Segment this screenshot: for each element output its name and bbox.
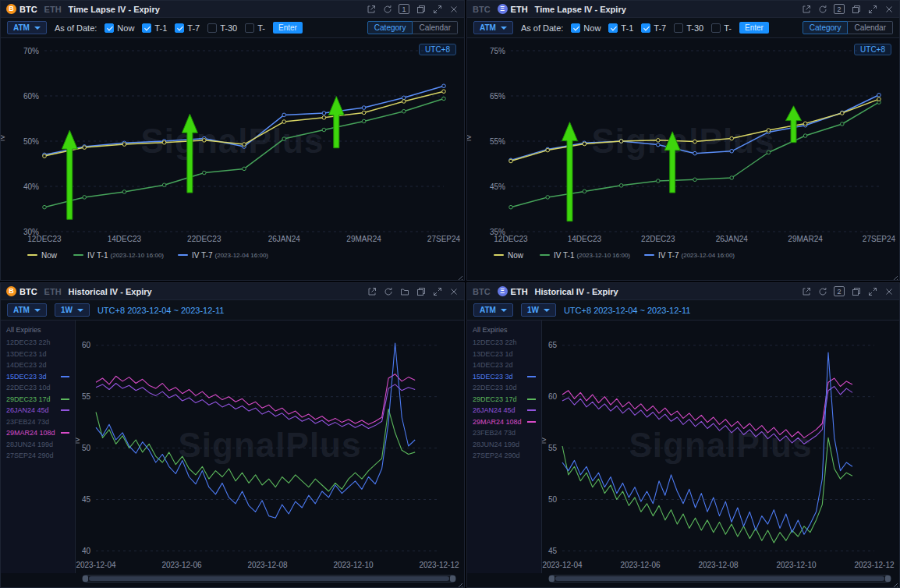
expiry-item[interactable]: 14DEC23 2d bbox=[1, 360, 75, 371]
legend-item-t7[interactable]: IV T-7 (2023-12-04 16:00) bbox=[178, 251, 268, 260]
asof-checkbox-t1[interactable]: T-1 bbox=[608, 23, 633, 33]
expiry-item[interactable]: 23FEB24 73d bbox=[1, 416, 75, 428]
expiry-item[interactable]: 29DEC23 17d bbox=[467, 394, 541, 406]
expiry-item[interactable]: 28JUN24 199d bbox=[1, 439, 75, 451]
iv-expiry-chart[interactable]: SignalPlus IV UTC+8 35%45%55%65%75%12DEC… bbox=[467, 38, 899, 247]
folder-icon[interactable] bbox=[399, 286, 409, 296]
expiry-item[interactable]: 29DEC23 17d bbox=[1, 394, 75, 406]
expiry-item[interactable]: 27SEP24 290d bbox=[467, 450, 541, 462]
strike-select[interactable]: ATM bbox=[473, 21, 513, 34]
tab-eth[interactable]: ETH bbox=[44, 5, 62, 14]
scrollbar-left-grip[interactable] bbox=[549, 576, 555, 582]
asof-checkbox-now[interactable]: Now bbox=[105, 23, 134, 33]
scrollbar-handle[interactable] bbox=[555, 576, 884, 581]
duplicate-icon[interactable] bbox=[416, 4, 426, 14]
tab-eth[interactable]: Ξ ETH bbox=[498, 4, 528, 14]
resize-handle[interactable] bbox=[890, 578, 898, 586]
export-icon[interactable] bbox=[801, 286, 811, 296]
tab-btc[interactable]: B BTC bbox=[6, 286, 37, 296]
expiry-item[interactable]: 13DEC23 1d bbox=[467, 349, 541, 360]
svg-text:75%: 75% bbox=[490, 47, 505, 55]
asof-checkbox-t1[interactable]: T-1 bbox=[142, 23, 167, 33]
legend-item-now[interactable]: Now bbox=[494, 251, 526, 260]
expiry-item[interactable]: 27SEP24 290d bbox=[1, 450, 75, 462]
expiry-item[interactable]: 15DEC23 3d bbox=[1, 371, 75, 383]
window-count-badge[interactable]: 1 bbox=[399, 4, 409, 14]
window-count-badge[interactable]: 2 bbox=[834, 4, 845, 14]
tab-eth[interactable]: Ξ ETH bbox=[498, 286, 528, 296]
close-icon[interactable] bbox=[884, 4, 894, 14]
mode-calendar-button[interactable]: Calendar bbox=[848, 21, 893, 34]
fullscreen-icon[interactable] bbox=[432, 4, 442, 14]
tab-btc[interactable]: BTC bbox=[473, 5, 491, 14]
asof-checkbox-now[interactable]: Now bbox=[571, 23, 601, 33]
horizontal-scrollbar[interactable] bbox=[548, 575, 891, 583]
expiry-item[interactable]: 26JAN24 45d bbox=[1, 405, 75, 416]
close-icon[interactable] bbox=[448, 4, 459, 14]
custom-date-input[interactable]: Enter bbox=[739, 22, 769, 34]
period-select[interactable]: 1W bbox=[521, 303, 556, 317]
legend-item-t1[interactable]: IV T-1 (2023-12-10 16:00) bbox=[540, 251, 630, 260]
expiry-item[interactable]: 23FEB24 73d bbox=[467, 427, 541, 439]
duplicate-icon[interactable] bbox=[851, 286, 861, 296]
iv-expiry-chart[interactable]: SignalPlus IV UTC+8 30%40%50%60%70%12DEC… bbox=[1, 38, 464, 247]
expiry-item[interactable]: 12DEC23 22h bbox=[1, 337, 75, 349]
duplicate-icon[interactable] bbox=[851, 4, 861, 14]
close-icon[interactable] bbox=[448, 286, 459, 296]
asof-checkbox-custom[interactable]: T- bbox=[245, 23, 265, 33]
expiry-item[interactable]: 14DEC23 2d bbox=[467, 360, 541, 371]
expiry-item[interactable]: 15DEC23 3d bbox=[467, 371, 541, 383]
refresh-icon[interactable] bbox=[382, 4, 392, 14]
asof-checkbox-t7[interactable]: T-7 bbox=[641, 23, 666, 33]
tab-eth[interactable]: ETH bbox=[44, 287, 62, 296]
strike-select[interactable]: ATM bbox=[7, 303, 47, 317]
historical-iv-chart[interactable]: SignalPlus IV 40455055602023-12-042023-1… bbox=[76, 321, 464, 573]
fullscreen-icon[interactable] bbox=[867, 286, 877, 296]
mode-calendar-button[interactable]: Calendar bbox=[413, 21, 458, 34]
close-icon[interactable] bbox=[884, 286, 894, 296]
export-icon[interactable] bbox=[366, 4, 376, 14]
legend-item-t7[interactable]: IV T-7 (2023-12-04 16:00) bbox=[644, 251, 735, 260]
asof-checkbox-custom[interactable]: T- bbox=[711, 23, 732, 33]
export-icon[interactable] bbox=[367, 286, 377, 296]
asof-checkbox-t30[interactable]: T-30 bbox=[674, 23, 703, 33]
mode-category-button[interactable]: Category bbox=[367, 21, 413, 34]
expiry-item[interactable]: 13DEC23 1d bbox=[1, 349, 75, 360]
legend-item-now[interactable]: Now bbox=[27, 251, 59, 260]
expiry-item[interactable]: 29MAR24 108d bbox=[1, 427, 75, 439]
y-axis-label: IV bbox=[542, 437, 547, 445]
custom-date-input[interactable]: Enter bbox=[273, 22, 303, 34]
tab-btc[interactable]: BTC bbox=[473, 287, 491, 296]
expiry-item[interactable]: 26JAN24 45d bbox=[467, 405, 541, 416]
fullscreen-icon[interactable] bbox=[432, 286, 442, 296]
period-select[interactable]: 1W bbox=[55, 303, 90, 317]
expiry-item[interactable]: 22DEC23 10d bbox=[1, 382, 75, 394]
svg-text:12DEC23: 12DEC23 bbox=[494, 235, 528, 243]
expiry-item[interactable]: 22DEC23 10d bbox=[467, 382, 541, 394]
resize-handle[interactable] bbox=[890, 271, 898, 278]
scrollbar-handle[interactable] bbox=[89, 576, 449, 581]
legend-item-t1[interactable]: IV T-1 (2023-12-10 16:00) bbox=[73, 251, 164, 260]
refresh-icon[interactable] bbox=[817, 286, 827, 296]
fullscreen-icon[interactable] bbox=[867, 4, 877, 14]
horizontal-scrollbar[interactable] bbox=[82, 575, 456, 583]
historical-iv-chart[interactable]: SignalPlus IV 45505560652023-12-042023-1… bbox=[542, 321, 899, 573]
scrollbar-left-grip[interactable] bbox=[83, 576, 88, 582]
strike-select[interactable]: ATM bbox=[473, 303, 513, 317]
window-count-badge[interactable]: 2 bbox=[834, 286, 845, 296]
refresh-icon[interactable] bbox=[817, 4, 827, 14]
mode-category-button[interactable]: Category bbox=[803, 21, 849, 34]
duplicate-icon[interactable] bbox=[416, 286, 426, 296]
export-icon[interactable] bbox=[801, 4, 811, 14]
asof-checkbox-t7[interactable]: T-7 bbox=[175, 23, 200, 33]
expiry-item[interactable]: 12DEC23 22h bbox=[467, 337, 541, 349]
expiry-item[interactable]: 29MAR24 108d bbox=[467, 416, 541, 428]
expiry-item[interactable]: 28JUN24 199d bbox=[467, 439, 541, 451]
asof-checkbox-t30[interactable]: T-30 bbox=[207, 23, 237, 33]
checkbox-box bbox=[641, 23, 650, 33]
resize-handle[interactable] bbox=[455, 578, 462, 586]
refresh-icon[interactable] bbox=[383, 286, 393, 296]
tab-btc[interactable]: B BTC bbox=[6, 4, 37, 14]
resize-handle[interactable] bbox=[455, 271, 462, 278]
strike-select[interactable]: ATM bbox=[7, 21, 47, 34]
